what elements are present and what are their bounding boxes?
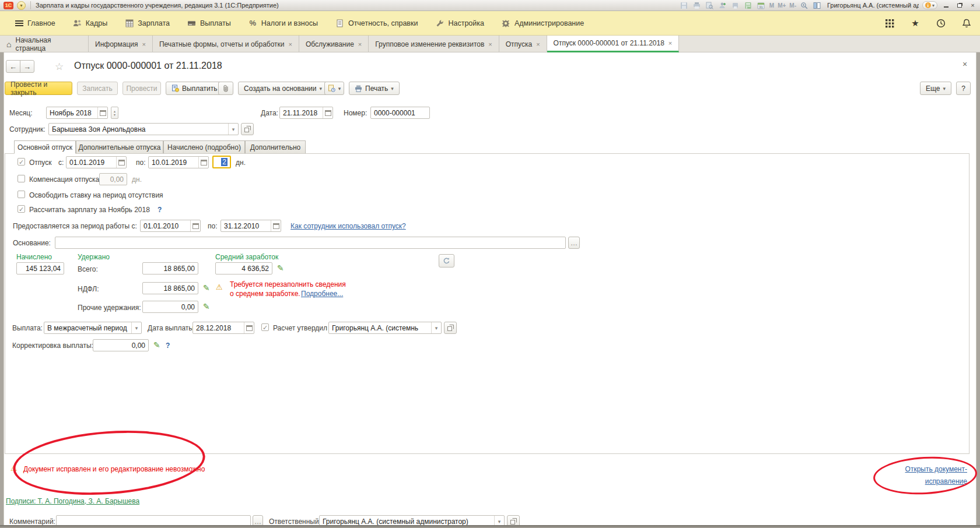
form-tab-dopolnitelno[interactable]: Дополнительно xyxy=(245,140,306,154)
approved-checkbox[interactable]: ✓ xyxy=(261,323,269,331)
open-correction-link[interactable]: Открыть документ-исправление xyxy=(869,463,967,488)
favorites-star-icon[interactable]: ★ xyxy=(910,18,921,29)
tab-pechatnye-formy[interactable]: Печатные формы, отчеты и обработки× xyxy=(153,36,299,52)
save-icon[interactable] xyxy=(680,1,689,9)
print-button[interactable]: Печать ▾ xyxy=(349,82,400,95)
compensation-checkbox[interactable] xyxy=(18,175,25,182)
month-field[interactable]: Ноябрь 2018 xyxy=(46,107,108,119)
main-menu-button[interactable]: ▾ xyxy=(17,1,26,10)
chevron-down-icon[interactable]: ▾ xyxy=(131,322,141,333)
calendar-icon[interactable]: 31 xyxy=(757,1,766,9)
menu-item-vyplaty[interactable]: Выплаты xyxy=(178,11,240,35)
tab-otpuska[interactable]: Отпуска× xyxy=(499,36,547,52)
tab-close-icon[interactable]: × xyxy=(142,41,145,48)
work-period-to-field[interactable]: 31.12.2010 xyxy=(220,220,281,232)
info-button[interactable]: i ▾ xyxy=(922,1,937,9)
tab-close-icon[interactable]: × xyxy=(536,41,540,48)
employee-field[interactable]: Барышева Зоя Арнольдовна ▾ xyxy=(48,123,239,135)
notifications-bell-icon[interactable] xyxy=(961,18,972,29)
payment-mode-select[interactable]: В межрасчетный период ▾ xyxy=(44,322,142,334)
number-field[interactable]: 0000-000001 xyxy=(370,107,430,119)
adjustment-edit-pencil-icon[interactable]: ✎ xyxy=(153,340,160,350)
average-edit-pencil-icon[interactable]: ✎ xyxy=(277,263,284,273)
approver-select[interactable]: Григорьянц А.А. (системнь ▾ xyxy=(328,322,442,334)
calendar-picker-icon[interactable] xyxy=(271,220,281,231)
calendar-picker-icon[interactable] xyxy=(116,157,126,168)
restore-button[interactable] xyxy=(954,1,964,9)
basis-select-button[interactable]: … xyxy=(568,237,580,249)
nav-back-button[interactable]: ← xyxy=(6,60,20,73)
basis-field[interactable] xyxy=(55,237,566,249)
chevron-down-icon[interactable]: ▾ xyxy=(431,322,441,333)
calendar-picker-icon[interactable] xyxy=(190,220,200,231)
date-field[interactable]: 21.11.2018 xyxy=(279,107,333,119)
tab-home[interactable]: ⌂ Начальная страница xyxy=(0,36,89,52)
release-rate-checkbox[interactable] xyxy=(18,191,25,198)
calculator-icon[interactable] xyxy=(744,1,753,9)
attachments-button[interactable] xyxy=(218,82,233,95)
menu-item-nastroika[interactable]: Настройка xyxy=(426,11,493,35)
calendar-picker-icon[interactable] xyxy=(244,322,254,333)
add-user-icon[interactable] xyxy=(718,1,727,9)
tab-close-icon[interactable]: × xyxy=(358,41,362,48)
document-templates-button[interactable]: ▾ xyxy=(324,82,344,95)
tab-obsluzhivanie[interactable]: Обслуживание× xyxy=(299,36,369,52)
favorite-star-icon[interactable]: ☆ xyxy=(55,61,64,73)
other-edit-pencil-icon[interactable]: ✎ xyxy=(203,302,210,311)
calc-salary-checkbox[interactable]: ✓ xyxy=(18,205,25,213)
ndfl-field[interactable]: 18 865,00 xyxy=(142,282,198,294)
tab-close-icon[interactable]: × xyxy=(668,40,672,47)
signatures-link[interactable]: Подписи: Т. А. Погодина, З. А. Барышева xyxy=(6,497,139,505)
month-stepper[interactable]: ▴ ▾ xyxy=(111,107,118,119)
apps-grid-icon[interactable] xyxy=(884,18,895,29)
adjustment-field[interactable]: 0,00 xyxy=(93,339,149,351)
average-earnings-field[interactable]: 4 636,52 xyxy=(215,262,272,274)
chevron-down-icon[interactable]: ▾ xyxy=(228,124,238,135)
minimize-button[interactable] xyxy=(941,1,951,9)
calendar-picker-icon[interactable] xyxy=(198,157,208,168)
tab-close-icon[interactable]: × xyxy=(488,41,492,48)
ndfl-edit-pencil-icon[interactable]: ✎ xyxy=(203,283,210,293)
form-tab-osnovnoy-otpusk[interactable]: Основной отпуск xyxy=(14,140,76,154)
more-button[interactable]: Еще ▾ xyxy=(920,82,951,95)
form-tab-dopolnitelnye-otpuska[interactable]: Дополнительные отпуска xyxy=(76,140,163,154)
vacation-to-field[interactable]: 10.01.2019 xyxy=(148,156,209,168)
refresh-button[interactable] xyxy=(439,254,454,267)
menu-item-nalogi[interactable]: % Налоги и взносы xyxy=(240,11,327,35)
adjustment-help-icon[interactable]: ? xyxy=(166,342,170,350)
employee-open-button[interactable] xyxy=(241,123,254,135)
print-icon[interactable] xyxy=(692,1,702,9)
form-tab-nachisleno-podrobno[interactable]: Начислено (подробно) xyxy=(163,140,245,154)
calendar-picker-icon[interactable] xyxy=(97,107,107,118)
tab-otpusk-document[interactable]: Отпуск 0000-000001 от 21.11.2018× xyxy=(547,36,680,52)
preview-icon[interactable] xyxy=(705,1,715,9)
titlebar-user[interactable]: Григорьянц А.А. (системный адм... xyxy=(825,2,919,9)
menu-item-otchetnost[interactable]: Отчетность, справки xyxy=(327,11,427,35)
help-button[interactable]: ? xyxy=(956,82,971,95)
menu-item-glavnoe[interactable]: Главное xyxy=(6,11,64,35)
zoom-icon[interactable] xyxy=(800,1,809,9)
close-button[interactable]: × xyxy=(968,1,978,9)
calc-salary-help-icon[interactable]: ? xyxy=(158,206,162,214)
other-withholdings-field[interactable]: 0,00 xyxy=(142,301,198,313)
post-button[interactable]: Провести xyxy=(123,82,161,95)
pay-button[interactable]: Выплатить xyxy=(166,82,223,95)
vacation-from-field[interactable]: 01.01.2019 xyxy=(66,156,127,168)
refill-details-link[interactable]: Подробнее... xyxy=(301,290,343,298)
post-and-close-button[interactable]: Провести и закрыть xyxy=(5,82,72,95)
work-period-from-field[interactable]: 01.01.2010 xyxy=(140,220,201,232)
create-on-base-button[interactable]: Создать на основании ▾ xyxy=(238,82,328,95)
vacation-days-field[interactable]: 2 xyxy=(212,156,231,168)
accrued-field[interactable]: 145 123,04 xyxy=(16,262,64,274)
total-withheld-field[interactable]: 18 865,00 xyxy=(142,262,198,274)
panels-icon[interactable] xyxy=(813,1,822,9)
form-close-icon[interactable]: × xyxy=(963,59,967,69)
tab-close-icon[interactable]: × xyxy=(289,41,292,48)
tab-gruppovoe-izmenenie[interactable]: Групповое изменение реквизитов× xyxy=(369,36,499,52)
payment-date-field[interactable]: 28.12.2018 xyxy=(192,322,254,334)
approver-open-button[interactable] xyxy=(444,322,457,334)
save-button[interactable]: Записать xyxy=(77,82,118,95)
memory-plus-button[interactable]: M+ xyxy=(778,2,786,9)
menu-item-zarplata[interactable]: Зарплата xyxy=(116,11,178,35)
quick-print-icon[interactable] xyxy=(731,1,740,9)
